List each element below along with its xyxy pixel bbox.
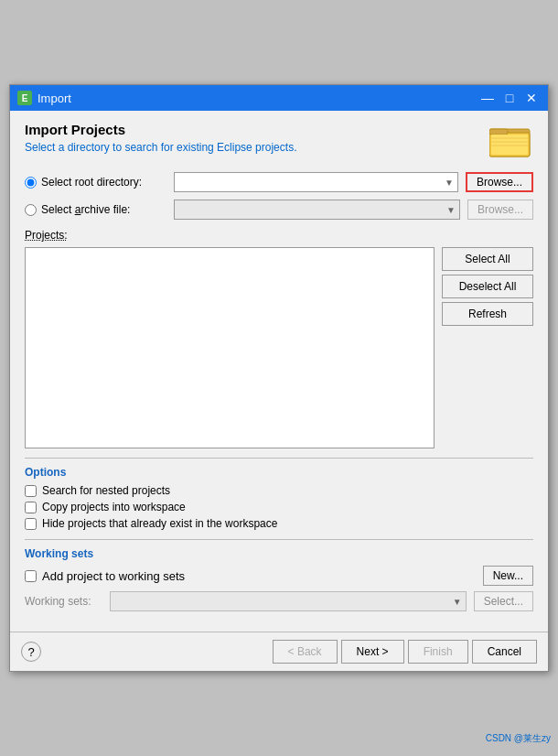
copy-projects-checkbox[interactable]: [25, 502, 37, 513]
hide-projects-checkbox[interactable]: [25, 518, 37, 530]
copy-projects-row: Copy projects into workspace: [25, 501, 533, 513]
working-sets-field-label: Working sets:: [25, 595, 102, 608]
maximize-button[interactable]: □: [500, 89, 519, 107]
bottom-bar: ? < Back Next > Finish Cancel: [10, 632, 548, 671]
projects-label: Projects:: [25, 229, 533, 242]
deselect-all-button[interactable]: Deselect All: [442, 275, 533, 298]
working-sets-combo-arrow: ▼: [453, 597, 462, 607]
select-all-button[interactable]: Select All: [442, 247, 533, 271]
cancel-button[interactable]: Cancel: [472, 640, 537, 664]
working-sets-title: Working sets: [25, 547, 533, 560]
working-sets-select-button[interactable]: Select...: [474, 591, 533, 611]
projects-list[interactable]: [25, 247, 435, 448]
projects-section: Projects: Select All Deselect All Refres…: [25, 229, 533, 448]
watermark: CSDN @莱生zy: [486, 732, 551, 745]
archive-file-row: Select archive file: ▼ Browse...: [25, 200, 533, 220]
root-directory-row: Select root directory: ▼ Browse...: [25, 172, 533, 192]
page-subtitle: Select a directory to search for existin…: [25, 141, 296, 154]
header-text: Import Projects Select a directory to se…: [25, 122, 296, 154]
svg-rect-3: [491, 135, 528, 155]
working-sets-combo[interactable]: ▼: [110, 591, 467, 611]
archive-browse-button: Browse...: [467, 200, 533, 220]
archive-file-arrow: ▼: [446, 205, 456, 215]
nested-projects-row: Search for nested projects: [25, 484, 533, 497]
import-dialog: E Import — □ ✕ Import Projects Select a …: [9, 84, 549, 672]
title-bar: E Import — □ ✕: [10, 85, 548, 111]
svg-rect-2: [489, 129, 508, 135]
root-browse-button[interactable]: Browse...: [466, 172, 533, 192]
title-bar-left: E Import: [17, 91, 71, 105]
archive-file-radio-label[interactable]: Select archive file:: [25, 203, 166, 216]
finish-button[interactable]: Finish: [408, 640, 468, 664]
form-section: Select root directory: ▼ Browse... Selec…: [25, 172, 533, 220]
folder-icon: [489, 122, 533, 161]
hide-projects-row: Hide projects that already exist in the …: [25, 517, 533, 530]
archive-file-combo[interactable]: ▼: [174, 200, 460, 220]
close-button[interactable]: ✕: [522, 89, 541, 107]
add-to-working-sets-checkbox[interactable]: [25, 570, 37, 582]
root-directory-combo[interactable]: ▼: [174, 172, 458, 192]
root-directory-label: Select root directory:: [41, 176, 142, 189]
projects-area: Select All Deselect All Refresh: [25, 247, 533, 448]
archive-file-label: Select archive file:: [41, 203, 130, 216]
header-section: Import Projects Select a directory to se…: [25, 122, 533, 161]
hide-projects-label: Hide projects that already exist in the …: [42, 517, 277, 530]
app-icon: E: [17, 91, 32, 105]
nav-buttons: < Back Next > Finish Cancel: [273, 640, 537, 664]
minimize-button[interactable]: —: [478, 89, 497, 107]
working-sets-new-button[interactable]: New...: [483, 566, 533, 586]
page-title: Import Projects: [25, 122, 296, 137]
refresh-button[interactable]: Refresh: [442, 302, 533, 326]
help-button[interactable]: ?: [21, 642, 41, 662]
root-directory-arrow: ▼: [445, 178, 454, 188]
next-button[interactable]: Next >: [341, 640, 404, 664]
back-button[interactable]: < Back: [273, 640, 338, 664]
options-title: Options: [25, 466, 533, 479]
nested-projects-checkbox[interactable]: [25, 485, 37, 497]
working-sets-label-row: Working sets: ▼ Select...: [25, 591, 533, 611]
dialog-content: Import Projects Select a directory to se…: [10, 111, 548, 632]
window-controls: — □ ✕: [478, 89, 541, 107]
copy-projects-label: Copy projects into workspace: [42, 501, 186, 513]
add-to-working-sets-label: Add project to working sets: [42, 569, 185, 583]
root-directory-radio[interactable]: [25, 177, 37, 189]
options-section: Options Search for nested projects Copy …: [25, 458, 533, 530]
nested-projects-label: Search for nested projects: [42, 484, 170, 497]
working-sets-add-row: Add project to working sets New...: [25, 566, 533, 586]
working-sets-section: Working sets Add project to working sets…: [25, 539, 533, 611]
dialog-title: Import: [38, 92, 71, 105]
root-directory-radio-label[interactable]: Select root directory:: [25, 176, 166, 189]
projects-buttons: Select All Deselect All Refresh: [442, 247, 533, 448]
archive-file-radio[interactable]: [25, 204, 37, 216]
